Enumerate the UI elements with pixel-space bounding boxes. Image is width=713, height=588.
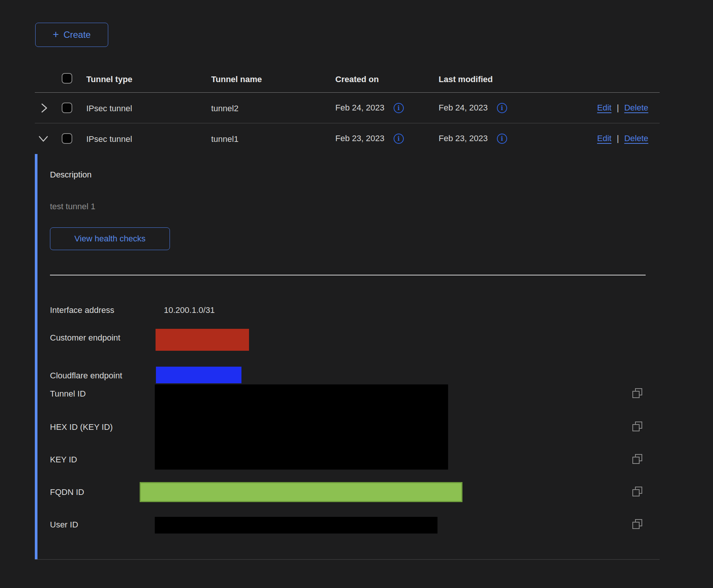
interface-address-label: Interface address (50, 305, 114, 315)
row-actions-tunnel2: Edit | Delete (597, 101, 648, 114)
created-on-date: Feb 23, 2023 (335, 134, 385, 143)
created-on-cell: Feb 23, 2023 i (335, 132, 404, 145)
edit-link[interactable]: Edit (597, 103, 612, 113)
expanded-row-bottom-divider (35, 559, 660, 560)
delete-link[interactable]: Delete (624, 103, 648, 113)
column-header-last-modified: Last modified (439, 74, 493, 84)
row-checkbox-tunnel1[interactable] (62, 133, 72, 144)
description-value: test tunnel 1 (50, 201, 95, 212)
copy-icon[interactable] (631, 485, 643, 498)
section-divider (50, 275, 646, 275)
header-divider (35, 92, 660, 93)
key-id-label: KEY ID (50, 454, 77, 465)
cloudflare-endpoint-redacted-value (156, 367, 241, 383)
last-modified-date: Feb 24, 2023 (439, 103, 488, 113)
column-header-tunnel-type: Tunnel type (86, 74, 132, 84)
actions-separator: | (617, 134, 619, 143)
customer-endpoint-redacted-value (156, 329, 249, 351)
create-button-label: Create (64, 30, 91, 40)
select-all-checkbox[interactable] (62, 73, 72, 84)
tunnel-type-cell: IPsec tunnel (86, 134, 132, 144)
created-on-date: Feb 24, 2023 (335, 103, 385, 113)
edit-link[interactable]: Edit (597, 134, 612, 143)
user-id-label: User ID (50, 520, 78, 530)
copy-icon[interactable] (631, 420, 643, 432)
view-health-checks-button[interactable]: View health checks (50, 227, 170, 250)
expanded-row-accent-bar (35, 154, 37, 560)
last-modified-cell: Feb 24, 2023 i (439, 101, 507, 114)
tunnel-id-label: Tunnel ID (50, 389, 86, 399)
description-label: Description (50, 170, 92, 180)
copy-icon[interactable] (631, 453, 643, 465)
copy-icon[interactable] (631, 518, 643, 530)
plus-icon: + (53, 28, 59, 40)
info-icon[interactable]: i (497, 103, 507, 113)
delete-link[interactable]: Delete (624, 134, 648, 143)
collapse-chevron-down-icon[interactable] (38, 135, 48, 145)
info-icon[interactable]: i (497, 134, 507, 144)
column-header-created-on: Created on (335, 74, 379, 84)
last-modified-cell: Feb 23, 2023 i (439, 132, 507, 145)
row-actions-tunnel1: Edit | Delete (597, 132, 648, 145)
fqdn-id-label: FQDN ID (50, 487, 84, 497)
info-icon[interactable]: i (394, 103, 404, 113)
expand-chevron-right-icon[interactable] (40, 103, 48, 115)
tunnel-name-cell: tunnel2 (211, 103, 238, 114)
last-modified-date: Feb 23, 2023 (439, 134, 488, 143)
tunnel-type-cell: IPsec tunnel (86, 103, 132, 114)
row-checkbox-tunnel2[interactable] (62, 103, 72, 113)
actions-separator: | (617, 103, 619, 113)
user-id-redacted-value (155, 517, 437, 534)
cloudflare-endpoint-label: Cloudflare endpoint (50, 370, 122, 381)
tunnel-name-cell: tunnel1 (211, 134, 238, 144)
hex-id-label: HEX ID (KEY ID) (50, 422, 113, 432)
info-icon[interactable]: i (394, 134, 404, 144)
ids-redacted-value-block (155, 384, 448, 470)
interface-address-value: 10.200.1.0/31 (164, 305, 215, 315)
customer-endpoint-label: Customer endpoint (50, 333, 120, 343)
tunnels-page: + Create Tunnel type Tunnel name Created… (0, 0, 713, 588)
column-header-tunnel-name: Tunnel name (211, 74, 262, 84)
view-health-checks-label: View health checks (75, 234, 146, 244)
fqdn-id-redacted-value (140, 482, 462, 502)
row-divider (35, 123, 660, 123)
create-button[interactable]: + Create (35, 23, 108, 47)
created-on-cell: Feb 24, 2023 i (335, 101, 404, 114)
copy-icon[interactable] (631, 387, 643, 399)
